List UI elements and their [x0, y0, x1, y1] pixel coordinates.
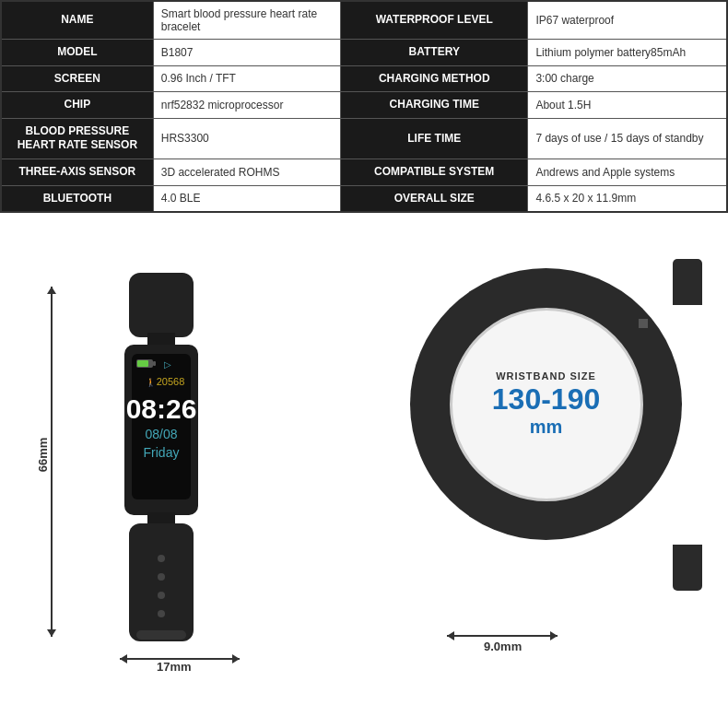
spec-left-value: 0.96 Inch / TFT — [153, 65, 340, 92]
spec-left-value: nrf52832 microprocessor — [153, 92, 340, 119]
wristband-circle: WRISTBAND SIZE 130-190 mm — [410, 268, 682, 540]
svg-text:08:26: 08:26 — [126, 393, 197, 424]
spec-right-label: LIFE TIME — [341, 118, 528, 159]
spec-right-label: CHARGING TIME — [341, 92, 528, 119]
svg-point-16 — [158, 573, 165, 581]
svg-rect-19 — [136, 630, 186, 640]
spec-left-label: THREE-AXIS SENSOR — [1, 159, 153, 185]
spec-left-label: SCREEN — [1, 65, 153, 92]
spec-right-value: Lithium polymer battery85mAh — [528, 40, 727, 66]
spec-left-value: 3D accelerated ROHMS — [153, 159, 340, 185]
svg-text:08/08: 08/08 — [145, 427, 177, 441]
spec-left-label: MODEL — [1, 40, 153, 66]
right-panel: WRISTBAND SIZE 130-190 mm 9.0mm — [364, 213, 728, 710]
spec-right-label: OVERALL SIZE — [341, 185, 528, 212]
spec-left-value: HRS3300 — [153, 118, 340, 159]
table-row: BLUETOOTH 4.0 BLE OVERALL SIZE 4.6.5 x 2… — [1, 185, 727, 212]
spec-left-label: CHIP — [1, 92, 153, 119]
height-label: 66mm — [36, 438, 50, 473]
spec-left-label: BLUETOOTH — [1, 185, 153, 212]
svg-rect-1 — [147, 333, 175, 346]
band-width-line — [447, 635, 558, 637]
width-label: 17mm — [157, 660, 192, 674]
left-panel: 66mm ▷ 🚶 20568 — [0, 213, 364, 710]
spec-left-label: BLOOD PRESSURE HEART RATE SENSOR — [1, 118, 153, 159]
spec-right-label: COMPATIBLE SYSTEM — [341, 159, 528, 185]
spec-right-value: Andrews and Apple systems — [528, 159, 727, 185]
spec-right-value: 4.6.5 x 20 x 11.9mm — [528, 185, 727, 212]
svg-rect-14 — [129, 523, 194, 641]
wristband-inner: WRISTBAND SIZE 130-190 mm — [450, 308, 643, 501]
spec-left-value: 4.0 BLE — [153, 185, 340, 212]
spec-left-label: NAME — [1, 1, 153, 40]
table-row: CHIP nrf52832 microprocessor CHARGING TI… — [1, 92, 727, 119]
bottom-section: 66mm ▷ 🚶 20568 — [0, 213, 728, 710]
wristband-unit: mm — [530, 417, 563, 438]
svg-point-15 — [158, 555, 165, 562]
svg-rect-5 — [153, 361, 156, 366]
table-row: SCREEN 0.96 Inch / TFT CHARGING METHOD 3… — [1, 65, 727, 92]
spec-left-value: Smart blood pressure heart rate bracelet — [153, 1, 340, 40]
table-row: THREE-AXIS SENSOR 3D accelerated ROHMS C… — [1, 159, 727, 185]
ring-dot — [639, 319, 648, 328]
wristband-size-label: WRISTBAND SIZE — [496, 370, 596, 382]
wristband-size-value: 130-190 — [492, 382, 600, 417]
table-row: BLOOD PRESSURE HEART RATE SENSOR HRS3300… — [1, 118, 727, 159]
spec-right-value: About 1.5H — [528, 92, 727, 119]
svg-point-17 — [158, 592, 165, 599]
spec-right-value: 3:00 charge — [528, 65, 727, 92]
svg-rect-0 — [129, 273, 194, 337]
vertical-dim-line — [51, 287, 53, 637]
svg-point-18 — [158, 610, 165, 617]
band-width-label: 9.0mm — [484, 640, 522, 653]
svg-text:20568: 20568 — [157, 376, 185, 387]
svg-text:🚶: 🚶 — [146, 377, 157, 388]
specs-table: NAME Smart blood pressure heart rate bra… — [0, 0, 728, 213]
bracelet-image: ▷ 🚶 20568 08:26 08/08 Friday — [101, 273, 221, 641]
spec-left-value: B1807 — [153, 40, 340, 66]
spec-right-label: BATTERY — [341, 40, 528, 66]
table-row: NAME Smart blood pressure heart rate bra… — [1, 1, 727, 40]
spec-right-label: WATERPROOF LEVEL — [341, 1, 528, 40]
svg-rect-6 — [137, 360, 148, 367]
table-row: MODEL B1807 BATTERY Lithium polymer batt… — [1, 40, 727, 66]
spec-right-value: 7 days of use / 15 days of standby — [528, 118, 727, 159]
svg-text:▷: ▷ — [164, 359, 171, 370]
spec-right-value: IP67 waterproof — [528, 1, 727, 40]
band-tab-bottom — [673, 545, 702, 591]
spec-right-label: CHARGING METHOD — [341, 65, 528, 92]
svg-text:Friday: Friday — [144, 445, 180, 460]
band-tab-top — [673, 259, 702, 305]
